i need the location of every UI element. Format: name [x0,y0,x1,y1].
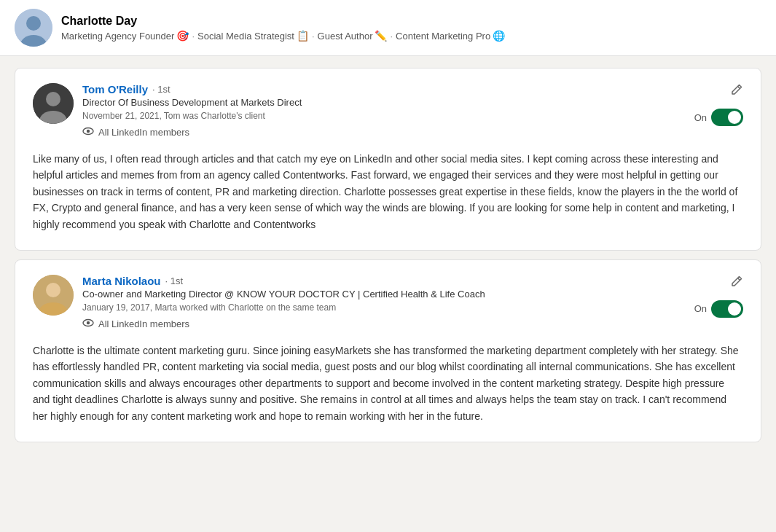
rec-left-marta: Marta Nikolaou · 1st Co-owner and Market… [33,275,485,331]
rec-avatar-marta [33,275,74,316]
rec-visibility-marta: All LinkedIn members [98,318,189,329]
svg-point-7 [87,130,90,133]
tagline-separator-2: · [312,31,315,42]
toggle-area-marta: On [694,300,743,318]
rec-header-tom: Tom O'Reilly · 1st Director Of Business … [33,83,743,139]
rec-left-tom: Tom O'Reilly · 1st Director Of Business … [33,83,302,139]
tagline-part-2: Social Media Strategist 📋 [197,30,309,42]
svg-point-12 [87,321,90,324]
tagline-separator-1: · [192,31,195,42]
toggle-label-marta: On [694,303,707,314]
svg-point-1 [26,16,41,31]
rec-header-marta: Marta Nikolaou · 1st Co-owner and Market… [33,275,743,331]
tagline-part-3: Guest Author ✏️ [318,30,388,42]
header-info: Charlotte Day Marketing Agency Founder 🎯… [61,14,505,42]
svg-point-9 [46,283,60,297]
rec-meta-row-tom: All LinkedIn members [82,125,302,139]
eye-icon-tom [82,125,94,139]
rec-body-tom: Like many of us, I often read through ar… [33,151,743,232]
rec-right-marta: On [694,275,743,318]
edit-icon-marta[interactable] [730,275,743,292]
rec-name-line-tom[interactable]: Tom O'Reilly · 1st [82,83,302,95]
rec-title-marta: Co-owner and Marketing Director @ KNOW Y… [82,289,485,300]
tagline-part-4: Content Marketing Pro 🌐 [396,30,505,42]
rec-visibility-row-tom: All LinkedIn members [82,125,189,139]
tagline-part-1: Marketing Agency Founder 🎯 [61,30,189,42]
tagline-separator-3: · [390,31,393,42]
edit-icon-tom[interactable] [730,83,743,100]
rec-info-marta: Marta Nikolaou · 1st Co-owner and Market… [82,275,485,331]
rec-name-line-marta[interactable]: Marta Nikolaou · 1st [82,275,485,287]
recommendations-area: Tom O'Reilly · 1st Director Of Business … [0,56,776,454]
eye-icon-marta [82,317,94,331]
toggle-marta[interactable] [711,300,743,318]
rec-avatar-tom [33,83,74,124]
rec-info-tom: Tom O'Reilly · 1st Director Of Business … [82,83,302,139]
svg-point-4 [46,92,60,106]
rec-name-marta: Marta Nikolaou [82,275,161,287]
rec-title-tom: Director Of Business Development at Mark… [82,97,302,108]
rec-degree-marta: · 1st [165,275,184,286]
header-tagline: Marketing Agency Founder 🎯 · Social Medi… [61,30,505,42]
recommendation-card-tom: Tom O'Reilly · 1st Director Of Business … [15,68,761,251]
rec-meta-row-marta: All LinkedIn members [82,317,485,331]
profile-header: Charlotte Day Marketing Agency Founder 🎯… [0,0,776,56]
marta-avatar-image [33,275,74,316]
recommendation-card-marta: Marta Nikolaou · 1st Co-owner and Market… [15,259,761,442]
rec-body-marta: Charlotte is the ultimate content market… [33,343,743,424]
rec-visibility-tom: All LinkedIn members [98,127,189,138]
header-name: Charlotte Day [61,14,505,29]
header-avatar [15,9,52,47]
rec-date-tom: November 21, 2021, Tom was Charlotte's c… [82,111,302,121]
rec-name-tom: Tom O'Reilly [82,83,148,95]
toggle-tom[interactable] [711,109,743,126]
rec-date-marta: January 19, 2017, Marta worked with Char… [82,302,485,313]
header-avatar-image [15,9,52,47]
rec-right-tom: On [694,83,743,126]
tom-avatar-image [33,83,74,124]
toggle-label-tom: On [694,112,707,123]
rec-visibility-row-marta: All LinkedIn members [82,317,189,331]
toggle-area-tom: On [694,109,743,126]
rec-degree-tom: · 1st [152,84,171,95]
